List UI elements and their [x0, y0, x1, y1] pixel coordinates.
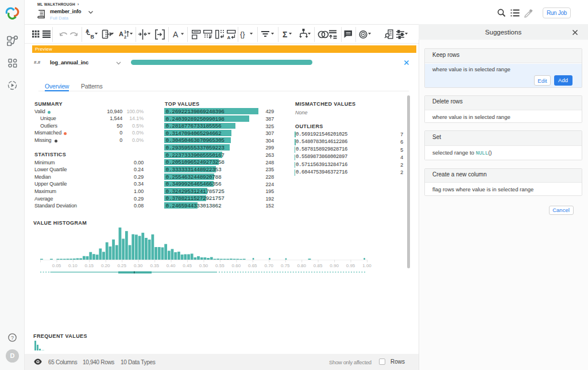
svg-text:0.65: 0.65 [248, 263, 257, 268]
svg-text:0.85: 0.85 [314, 263, 323, 268]
svg-text:0.95: 0.95 [346, 263, 355, 268]
svg-text:0.45: 0.45 [183, 263, 192, 268]
svg-text:0.60: 0.60 [232, 263, 241, 268]
svg-text:2: 2 [124, 34, 126, 40]
svg-text:0.55: 0.55 [215, 263, 225, 268]
svg-text:Σ: Σ [283, 30, 287, 39]
svg-text:0.15: 0.15 [85, 263, 94, 268]
svg-text:0.70: 0.70 [265, 263, 274, 268]
svg-text:0.50: 0.50 [199, 263, 208, 268]
svg-text:A: A [173, 30, 179, 39]
svg-text:B: B [91, 34, 95, 40]
svg-text:0.80: 0.80 [297, 263, 306, 268]
svg-text:0.35: 0.35 [150, 263, 159, 268]
svg-text:A: A [86, 28, 90, 34]
svg-text:0.10: 0.10 [68, 263, 78, 268]
svg-text:0.40: 0.40 [167, 263, 176, 268]
svg-text:0.90: 0.90 [330, 263, 339, 268]
svg-text:1.00: 1.00 [362, 263, 372, 268]
svg-text:1: 1 [124, 29, 126, 34]
svg-text:0.30: 0.30 [134, 263, 143, 268]
svg-text:{}: {} [240, 30, 245, 38]
svg-text:0.05: 0.05 [52, 263, 61, 268]
svg-text:?: ? [11, 335, 14, 341]
svg-text:0.25: 0.25 [117, 263, 126, 268]
svg-text:0.20: 0.20 [101, 263, 110, 268]
svg-text:A: A [119, 30, 123, 37]
svg-text:A: A [227, 35, 231, 40]
svg-text:0.75: 0.75 [281, 263, 290, 268]
